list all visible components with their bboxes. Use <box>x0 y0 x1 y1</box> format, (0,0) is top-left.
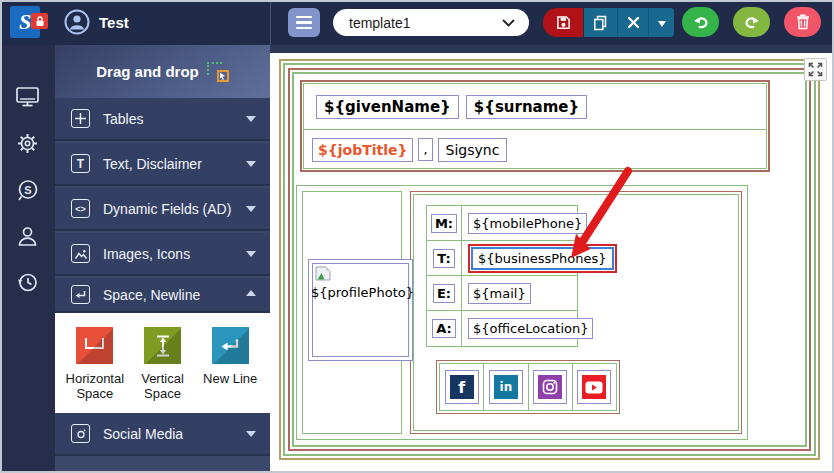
save-icon <box>556 15 571 30</box>
company-text[interactable]: Sigsync <box>438 138 508 162</box>
drag-drop-sidebar: Drag and drop Tables T Text, Disclaimer … <box>55 45 270 473</box>
edit-button-group <box>584 8 674 37</box>
delete-button[interactable] <box>784 7 821 37</box>
space-newline-panel: Horizontal Space Vertical Space New Line <box>55 313 270 413</box>
youtube-icon[interactable] <box>577 370 611 404</box>
title-row: ${jobTitle} , Sigsync <box>304 130 766 169</box>
chevron-down-icon <box>246 161 256 172</box>
field-business-phones[interactable]: ${businessPhones} <box>471 247 614 270</box>
dynamic-field-icon: <> <box>71 199 90 218</box>
separator-text[interactable]: , <box>418 138 432 161</box>
sigsync-chat-icon[interactable]: S <box>14 177 41 204</box>
contact-table: M: ${mobilePhone} T: ${businessPhones} E <box>426 205 578 347</box>
signature-editor-app: S Test template1 <box>0 0 834 473</box>
field-office-location[interactable]: ${officeLocation} <box>468 318 593 339</box>
sidebar-item-dynamic-fields[interactable]: <> Dynamic Fields (AD) <box>55 188 270 231</box>
redo-button[interactable] <box>733 7 770 37</box>
canvas-top-strip <box>270 45 834 53</box>
sidebar-item-images-icons[interactable]: Images, Icons <box>55 233 270 276</box>
drag-drop-label: Drag and drop <box>96 63 199 80</box>
tool-vertical-space[interactable]: Vertical Space <box>129 327 197 413</box>
left-icon-rail: S <box>0 45 55 473</box>
copy-icon <box>593 15 608 31</box>
chevron-up-icon <box>246 290 256 296</box>
menu-icon[interactable] <box>288 8 320 37</box>
newline-icon <box>71 285 90 304</box>
text-icon: T <box>71 154 90 173</box>
selection-highlight: ${businessPhones} <box>468 244 617 273</box>
name-row: ${givenName} ${surname} <box>304 84 766 130</box>
sidebar-item-social-media[interactable]: Social Media <box>55 413 270 456</box>
social-icons-table: f in <box>436 360 620 414</box>
template-canvas[interactable]: ${givenName} ${surname} ${jobTitle} , Si… <box>270 53 834 473</box>
user-icon[interactable] <box>14 223 41 250</box>
sidebar-item-label: Dynamic Fields (AD) <box>103 201 246 217</box>
body-section[interactable]: ${profilePhoto} M: ${mobilePhone} T: <box>296 185 748 440</box>
tool-horizontal-space[interactable]: Horizontal Space <box>61 327 129 413</box>
field-job-title[interactable]: ${jobTitle} <box>312 138 413 162</box>
image-icon <box>71 244 90 263</box>
chevron-down-icon <box>246 251 256 262</box>
contact-row-business-phone[interactable]: T: ${businessPhones} <box>427 241 577 276</box>
sidebar-item-text-disclaimer[interactable]: T Text, Disclaimer <box>55 143 270 186</box>
sidebar-item-label: Text, Disclaimer <box>103 156 246 172</box>
sidebar-item-label: Tables <box>103 111 246 127</box>
signature-template[interactable]: ${givenName} ${surname} ${jobTitle} , Si… <box>279 59 820 460</box>
template-select[interactable]: template1 <box>333 9 529 36</box>
trash-icon <box>796 14 810 30</box>
user-chip[interactable]: Test <box>64 9 129 35</box>
contact-row-email[interactable]: E: ${mail} <box>427 276 577 311</box>
undo-button[interactable] <box>682 7 719 37</box>
more-options-button[interactable] <box>648 8 674 37</box>
sidebar-item-tables[interactable]: Tables <box>55 98 270 141</box>
field-mail[interactable]: ${mail} <box>468 283 531 304</box>
contact-column: M: ${mobilePhone} T: ${businessPhones} E <box>410 191 742 434</box>
social-cell <box>573 364 616 410</box>
drag-drop-header: Drag and drop <box>55 45 270 98</box>
profile-photo-placeholder[interactable]: ${profilePhoto} <box>308 259 413 361</box>
copy-button[interactable] <box>584 8 617 37</box>
redo-icon <box>743 14 761 30</box>
field-given-name[interactable]: ${givenName} <box>316 95 459 119</box>
drag-drop-icon <box>207 62 229 82</box>
contact-row-address[interactable]: A: ${officeLocation} <box>427 311 577 346</box>
save-button[interactable] <box>543 8 583 37</box>
field-surname[interactable]: ${surname} <box>466 95 587 119</box>
settings-icon[interactable] <box>14 130 41 157</box>
tool-new-line[interactable]: New Line <box>196 327 264 413</box>
chevron-down-icon <box>246 206 256 217</box>
contact-label: A: <box>432 319 456 338</box>
chevron-down-icon <box>502 19 515 27</box>
contact-label: T: <box>433 249 454 268</box>
fullscreen-icon[interactable] <box>804 58 827 81</box>
sidebar-item-space-newline[interactable]: Space, Newline <box>55 278 270 313</box>
monitor-icon[interactable] <box>14 83 41 110</box>
social-cell: f <box>440 364 484 410</box>
tile-label: Horizontal Space <box>61 371 129 401</box>
linkedin-icon[interactable]: in <box>489 370 523 404</box>
social-cell <box>529 364 573 410</box>
svg-text:S: S <box>24 184 31 196</box>
camera-icon <box>71 424 90 443</box>
user-name-label: Test <box>99 14 129 31</box>
instagram-icon[interactable] <box>533 370 567 404</box>
history-icon[interactable] <box>14 269 41 296</box>
field-mobile-phone[interactable]: ${mobilePhone} <box>468 213 587 234</box>
template-select-value: template1 <box>349 15 502 31</box>
sidebar-item-label: Social Media <box>103 426 246 442</box>
social-cell: in <box>484 364 528 410</box>
caret-down-icon <box>658 21 666 31</box>
new-line-icon <box>212 327 249 364</box>
photo-cell: ${profilePhoto} <box>302 191 402 434</box>
x-icon <box>627 16 640 29</box>
contact-row-mobile[interactable]: M: ${mobilePhone} <box>427 206 577 241</box>
facebook-icon[interactable]: f <box>445 370 479 404</box>
lock-icon <box>31 13 48 29</box>
topbar-divider <box>270 0 271 45</box>
chevron-down-icon <box>246 116 256 127</box>
horizontal-space-icon <box>76 327 113 364</box>
top-bar: S Test template1 <box>0 0 834 45</box>
broken-image-icon <box>315 266 332 281</box>
name-title-section[interactable]: ${givenName} ${surname} ${jobTitle} , Si… <box>300 80 770 172</box>
clear-button[interactable] <box>617 8 648 37</box>
